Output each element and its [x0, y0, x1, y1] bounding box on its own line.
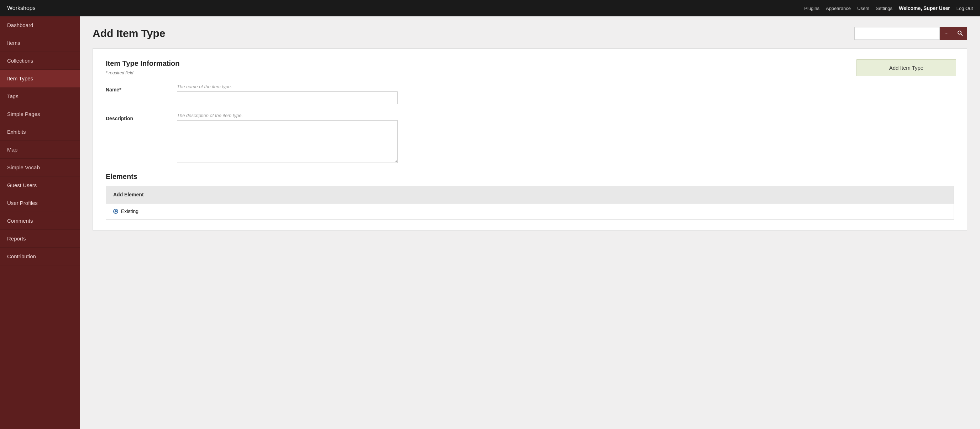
required-note: * required field: [106, 70, 954, 75]
name-label: Name*: [106, 84, 177, 92]
existing-element-option: Existing: [106, 203, 954, 219]
name-row: Name* The name of the item type.: [106, 84, 954, 104]
description-field[interactable]: [177, 120, 398, 163]
description-field-wrap: The description of the item type.: [177, 113, 954, 164]
sidebar-item-tags[interactable]: Tags: [0, 87, 80, 105]
sidebar-item-dashboard[interactable]: Dashboard: [0, 16, 80, 34]
existing-radio[interactable]: [113, 209, 118, 214]
add-element-row[interactable]: Add Element: [106, 186, 954, 203]
page-title: Add Item Type: [92, 27, 165, 40]
name-field[interactable]: [177, 91, 398, 104]
sidebar-item-contribution[interactable]: Contribution: [0, 248, 80, 265]
sidebar-item-user-profiles[interactable]: User Profiles: [0, 194, 80, 212]
sidebar: Dashboard Items Collections Item Types T…: [0, 16, 80, 429]
settings-link[interactable]: Settings: [876, 6, 892, 11]
layout: Dashboard Items Collections Item Types T…: [0, 16, 980, 429]
sidebar-item-collections[interactable]: Collections: [0, 52, 80, 70]
add-item-type-button[interactable]: Add Item Type: [856, 59, 956, 76]
search-bar: ···: [854, 27, 967, 40]
svg-point-0: [958, 31, 961, 34]
plugins-link[interactable]: Plugins: [804, 6, 819, 11]
search-input[interactable]: [854, 27, 940, 40]
elements-title: Elements: [106, 173, 954, 181]
sidebar-item-reports[interactable]: Reports: [0, 230, 80, 248]
form-card: Add Item Type Item Type Information * re…: [92, 48, 967, 230]
action-sidebar: Add Item Type: [856, 59, 956, 76]
search-more-button[interactable]: ···: [940, 27, 953, 40]
svg-line-1: [961, 34, 963, 36]
sidebar-item-item-types[interactable]: Item Types: [0, 70, 80, 87]
brand-label: Workshops: [7, 5, 36, 11]
sidebar-item-comments[interactable]: Comments: [0, 212, 80, 230]
name-field-wrap: The name of the item type.: [177, 84, 954, 104]
main-content: Add Item Type ··· Add Item Type Item Typ…: [80, 16, 980, 429]
description-hint: The description of the item type.: [177, 113, 954, 118]
search-icon: [957, 30, 963, 36]
form-section-title: Item Type Information: [106, 59, 954, 68]
search-go-button[interactable]: [953, 27, 967, 40]
sidebar-item-simple-vocab[interactable]: Simple Vocab: [0, 159, 80, 176]
elements-section: Elements Add Element Existing: [106, 173, 954, 219]
welcome-text: Welcome, Super User: [899, 5, 950, 11]
logout-link[interactable]: Log Out: [956, 6, 973, 11]
name-hint: The name of the item type.: [177, 84, 954, 89]
sidebar-item-map[interactable]: Map: [0, 141, 80, 159]
existing-label: Existing: [121, 208, 138, 214]
sidebar-item-items[interactable]: Items: [0, 34, 80, 52]
top-nav: Workshops Plugins Appearance Users Setti…: [0, 0, 980, 16]
sidebar-item-simple-pages[interactable]: Simple Pages: [0, 105, 80, 123]
description-label: Description: [106, 113, 177, 121]
page-header: Add Item Type ···: [92, 27, 967, 40]
radio-dot-inner: [115, 210, 117, 212]
users-link[interactable]: Users: [857, 6, 869, 11]
top-nav-links: Plugins Appearance Users Settings Welcom…: [804, 5, 973, 11]
appearance-link[interactable]: Appearance: [826, 6, 851, 11]
sidebar-item-guest-users[interactable]: Guest Users: [0, 176, 80, 194]
sidebar-item-exhibits[interactable]: Exhibits: [0, 123, 80, 141]
description-row: Description The description of the item …: [106, 113, 954, 164]
